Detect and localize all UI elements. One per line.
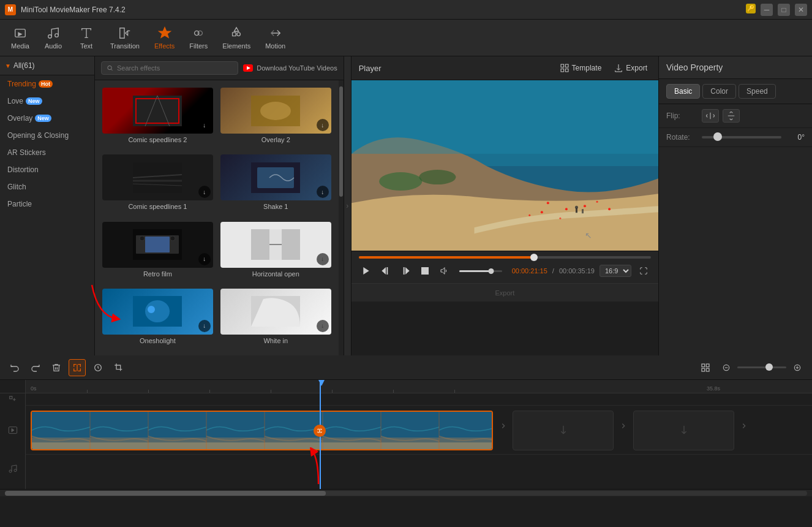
stop-button[interactable] (418, 264, 432, 278)
svg-point-21 (140, 236, 145, 241)
toolbar-effects[interactable]: Effects (148, 23, 181, 53)
sidebar-item-love[interactable]: Love New (0, 93, 94, 110)
skip-back-button[interactable] (378, 264, 393, 278)
flip-horizontal-btn[interactable] (702, 109, 719, 123)
svg-point-22 (170, 236, 175, 241)
redo-btn[interactable] (27, 359, 44, 376)
svg-point-1 (48, 34, 52, 38)
sidebar-item-distortion[interactable]: Distortion (0, 161, 94, 178)
effect-thumb-comic1: ↓ (102, 154, 213, 200)
sidebar-item-opening-closing[interactable]: Opening & Closing (0, 127, 94, 144)
search-input[interactable] (117, 64, 233, 72)
volume-button[interactable] (437, 264, 452, 278)
tab-speed[interactable]: Speed (739, 84, 776, 99)
sidebar-item-trending[interactable]: Trending Hot (0, 75, 94, 93)
progress-thumb[interactable] (530, 254, 538, 261)
flip-vertical-btn[interactable] (723, 109, 740, 123)
crop-btn[interactable] (110, 359, 127, 376)
clip-arrow-right-1[interactable] (496, 419, 511, 433)
key-icon-btn[interactable]: 🔑 (746, 4, 756, 13)
delete-btn[interactable] (48, 359, 65, 376)
effect-spotlight[interactable]: ↓ Onesholight (102, 289, 213, 348)
skip-forward-button[interactable] (398, 264, 413, 278)
clip-arrow-right-2[interactable] (616, 419, 631, 433)
toolbar-elements[interactable]: Elements (216, 23, 257, 53)
toolbar-media[interactable]: Media (5, 23, 36, 53)
empty-slot-2[interactable] (633, 411, 734, 450)
audio-track-row (26, 455, 812, 482)
svg-rect-57 (421, 267, 429, 275)
tab-basic[interactable]: Basic (666, 84, 700, 99)
svg-rect-63 (702, 368, 705, 371)
clip-arrow-right-3[interactable] (737, 419, 751, 433)
zoom-in-btn[interactable] (789, 359, 806, 376)
effect-thumb-overlay2: ↓ (220, 88, 331, 134)
rotate-slider[interactable] (702, 136, 781, 138)
template-btn[interactable]: Template (556, 61, 606, 75)
audio-track-icon (8, 464, 18, 474)
playhead-top-marker (318, 380, 325, 386)
svg-point-41 (584, 205, 586, 207)
video-clip[interactable] (31, 411, 493, 450)
panel-collapse-btn[interactable]: › (344, 56, 351, 355)
export-bar: Export (351, 283, 658, 301)
time-separator: / (552, 267, 554, 275)
svg-point-12 (260, 102, 291, 120)
bottom-scrollbar[interactable] (0, 489, 812, 496)
zoom-out-btn[interactable] (718, 359, 735, 376)
download-icon: ↓ (317, 119, 329, 131)
progress-bar[interactable] (359, 256, 651, 259)
time-current: 00:00:21:15 (512, 267, 547, 275)
effect-overlay-2[interactable]: ↓ Overlay 2 (220, 88, 331, 147)
effect-horizontal-open[interactable]: ↓ Horizontal open (220, 222, 331, 281)
close-button[interactable]: ✕ (795, 4, 807, 16)
effect-shake-1[interactable]: ↓ Shake 1 (220, 154, 331, 214)
effects-scrollbar[interactable] (339, 80, 344, 355)
ruler-tick-2 (148, 390, 149, 393)
transition-label: Transition (110, 42, 140, 50)
export-btn[interactable]: Export (610, 61, 651, 75)
main-toolbar: Media Audio Text Transition Effects (0, 20, 812, 56)
rotate-thumb[interactable] (713, 132, 722, 141)
sidebar-header[interactable]: ▼ All(61) (0, 56, 94, 75)
effect-white-in[interactable]: ↓ White in (220, 289, 331, 348)
fit-btn[interactable] (697, 359, 714, 376)
sidebar-item-glitch[interactable]: Glitch (0, 178, 94, 195)
volume-slider[interactable] (459, 270, 502, 272)
sidebar-item-overlay[interactable]: Overlay New (0, 110, 94, 127)
maximize-button[interactable]: □ (778, 4, 790, 16)
toolbar-transition[interactable]: Transition (104, 23, 146, 53)
zoom-thumb[interactable] (765, 363, 773, 371)
audio-track-label (0, 455, 25, 482)
minimize-button[interactable]: ─ (761, 4, 773, 16)
tab-color[interactable]: Color (702, 84, 736, 99)
svg-rect-32 (565, 64, 568, 67)
rotate-control: 0° (702, 133, 805, 142)
search-box[interactable] (101, 61, 238, 75)
add-track-icon[interactable] (9, 395, 17, 404)
video-track-icon (8, 425, 18, 435)
effect-comic-speedlines-2[interactable]: ↓ Comic speedlines 2 (102, 88, 213, 147)
toolbar-text[interactable]: Text (71, 23, 102, 53)
volume-thumb (489, 268, 494, 274)
toolbar-motion[interactable]: Motion (259, 23, 291, 53)
audio-detach-btn[interactable] (89, 359, 107, 376)
sidebar-item-ar-stickers[interactable]: AR Stickers (0, 144, 94, 161)
play-button[interactable] (359, 264, 374, 278)
fullscreen-button[interactable] (636, 264, 651, 278)
zoom-slider[interactable] (737, 366, 786, 368)
toolbar-audio[interactable]: Audio (38, 23, 69, 53)
timeline-ruler: 0s 35.8s (26, 380, 812, 393)
trending-label: Trending (7, 80, 36, 88)
aspect-ratio-select[interactable]: 16:9 4:3 1:1 (600, 265, 631, 277)
effect-retro-film[interactable]: ↓ Retro film (102, 222, 213, 281)
audio-icon (47, 26, 60, 40)
toolbar-filters[interactable]: Filters (183, 23, 214, 53)
undo-btn[interactable] (6, 359, 23, 376)
empty-slot-1[interactable] (513, 411, 614, 450)
sidebar-item-particle[interactable]: Particle (0, 195, 94, 213)
split-btn[interactable] (69, 359, 86, 376)
effect-comic-speedlines-1[interactable]: ↓ Comic speedlines 1 (102, 154, 213, 214)
download-youtube-btn[interactable]: Download YouTube Videos (243, 64, 337, 72)
ruler-tick-7 (454, 390, 455, 393)
